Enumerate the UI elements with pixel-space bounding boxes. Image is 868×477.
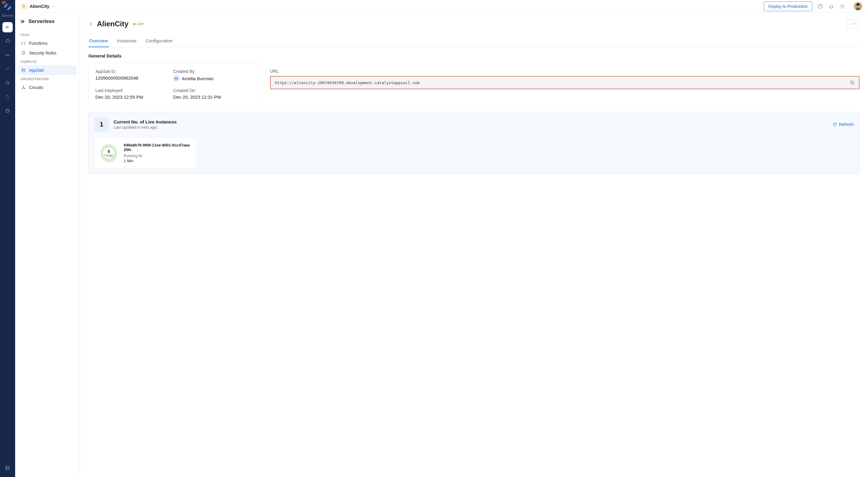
help-icon[interactable]	[818, 4, 823, 9]
instances-title: Current No. of Live Instances	[114, 119, 177, 125]
nav-label-circuits: Circuits	[29, 85, 43, 90]
rail-item-search[interactable]	[2, 78, 13, 88]
circuits-icon	[21, 86, 26, 90]
nav-item-appsail[interactable]: AppSail	[18, 65, 76, 75]
svg-point-14	[24, 88, 25, 89]
svg-point-13	[22, 88, 23, 89]
rail-item-tools[interactable]	[2, 50, 13, 60]
svg-rect-5	[8, 467, 10, 468]
nav-item-circuits[interactable]: Circuits	[18, 82, 76, 92]
svg-rect-6	[6, 469, 7, 470]
rail-services-label: Services	[2, 14, 13, 17]
braces-icon	[21, 41, 26, 46]
project-selector[interactable]: A AlienCity	[21, 3, 55, 10]
last-deployed-value: Dec 20, 2023 12:59 PM	[95, 95, 173, 100]
svg-point-1	[6, 109, 9, 112]
nav-section-faas: FAAS	[18, 31, 76, 38]
notifications-icon[interactable]	[829, 4, 834, 9]
instance-id: 849a8b79-9f09-11ee-8001-0cc47aea25fc	[124, 143, 191, 152]
created-on-label: Created On	[173, 88, 251, 93]
url-label: URL	[270, 69, 860, 73]
caret-down-icon	[52, 5, 55, 8]
instances-subtitle: Last updated 0 mins ago.	[114, 125, 177, 130]
svg-rect-11	[22, 69, 25, 72]
nav-item-functions[interactable]: Functions	[18, 38, 76, 48]
url-card: URL https://aliencity-10070036709.develo…	[270, 63, 860, 106]
page-title: AlienCity	[97, 20, 128, 28]
svg-point-15	[851, 24, 852, 24]
shield-icon	[21, 51, 26, 56]
general-details-heading: General Details	[88, 53, 860, 59]
rail-item-integrations[interactable]	[2, 92, 13, 102]
svg-point-17	[855, 24, 855, 24]
svg-point-2	[7, 110, 7, 111]
nav-label-appsail: AppSail	[29, 68, 43, 73]
created-by-value: Amelia Burrows	[182, 76, 214, 81]
rail-apps-icon[interactable]	[2, 463, 13, 473]
project-badge: A	[21, 3, 27, 10]
appsail-id-value: 12096000000962048	[95, 75, 173, 80]
nav-section-compute: COMPUTE	[18, 58, 76, 65]
deploy-to-production-button[interactable]: Deploy to Production	[764, 1, 812, 11]
nav-label-functions: Functions	[29, 41, 48, 46]
refresh-label: Refresh	[839, 122, 854, 127]
nav-label-security-rules: Security Rules	[29, 50, 56, 56]
serverless-icon	[20, 18, 26, 25]
usage-label: Usage	[104, 154, 113, 157]
running-duration: 1 Min	[124, 159, 191, 163]
back-icon[interactable]	[88, 22, 93, 26]
created-on-value: Dec 20, 2023 12:31 PM	[173, 95, 251, 100]
nav-section-orchestration: ORCHESTRATION	[18, 75, 76, 82]
svg-rect-18	[851, 82, 854, 84]
running-for-label: Running for	[124, 154, 191, 158]
nav-item-security-rules[interactable]: Security Rules	[18, 48, 76, 58]
rail-item-serverless[interactable]	[2, 22, 13, 32]
svg-point-16	[853, 24, 854, 24]
svg-point-12	[23, 86, 24, 87]
instance-count: 1	[94, 117, 109, 132]
svg-rect-4	[6, 467, 7, 468]
copy-icon[interactable]	[850, 80, 855, 85]
usage-value: 0	[107, 149, 110, 154]
instance-item: 0 Usage 849a8b79-9f09-11ee-8001-0cc47aea…	[94, 137, 197, 169]
user-avatar[interactable]	[854, 2, 863, 11]
svg-point-8	[842, 5, 843, 7]
rail-item-data[interactable]	[2, 64, 13, 74]
instances-card: 1 Current No. of Live Instances Last upd…	[88, 112, 860, 174]
settings-icon[interactable]	[840, 4, 845, 9]
created-by-label: Created By	[173, 69, 251, 74]
project-name: AlienCity	[30, 4, 50, 9]
appsail-icon	[21, 68, 26, 73]
appsail-id-label: AppSail ID	[95, 69, 173, 74]
tab-configuration[interactable]: Configuration	[145, 36, 173, 47]
svg-point-3	[8, 110, 9, 111]
status-badge: Live	[133, 22, 144, 26]
refresh-button[interactable]: Refresh	[833, 122, 854, 127]
more-options-button[interactable]	[847, 20, 860, 29]
tab-instances[interactable]: Instances	[117, 36, 137, 47]
tab-overview[interactable]: Overview	[88, 36, 109, 47]
general-details-card: AppSail ID 12096000000962048 Created By …	[88, 63, 258, 106]
sidebar-title: Serverless	[28, 19, 55, 25]
last-deployed-label: Last Deployed	[95, 88, 173, 93]
status-text: Live	[137, 22, 144, 26]
created-by-avatar: AB	[173, 75, 179, 81]
refresh-icon	[833, 122, 837, 127]
app-logo-icon	[3, 2, 12, 11]
rail-item-cloud[interactable]	[2, 36, 13, 46]
status-dot-icon	[133, 23, 135, 25]
usage-donut: 0 Usage	[100, 144, 117, 162]
rail-item-monitor[interactable]	[2, 106, 13, 116]
url-value: https://aliencity-10070036709.developmen…	[275, 80, 846, 85]
svg-point-0	[6, 81, 9, 84]
